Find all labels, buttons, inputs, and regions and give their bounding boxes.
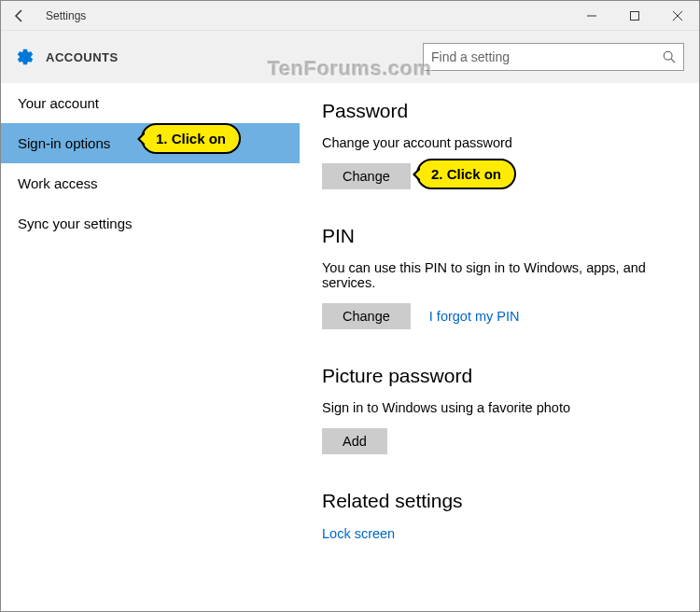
close-button[interactable] — [656, 1, 699, 31]
pin-heading: PIN — [322, 225, 677, 247]
gear-icon — [16, 48, 35, 66]
forgot-pin-link[interactable]: I forgot my PIN — [429, 309, 520, 324]
picture-password-section: Picture password Sign in to Windows usin… — [322, 365, 677, 454]
search-input[interactable] — [431, 49, 663, 64]
content-area: Your account Sign-in options Work access… — [1, 83, 699, 611]
page-category: ACCOUNTS — [46, 50, 119, 64]
back-button[interactable] — [1, 1, 38, 31]
password-change-button[interactable]: Change — [322, 163, 411, 189]
window-controls — [570, 1, 699, 31]
pin-desc: You can use this PIN to sign in to Windo… — [322, 260, 677, 290]
picture-add-button[interactable]: Add — [322, 428, 387, 454]
password-desc: Change your account password — [322, 135, 677, 150]
maximize-button[interactable] — [613, 1, 656, 31]
header-bar: ACCOUNTS — [1, 31, 699, 83]
titlebar: Settings — [1, 1, 699, 31]
pin-change-button[interactable]: Change — [322, 303, 411, 329]
password-heading: Password — [322, 100, 677, 122]
minimize-button[interactable] — [570, 1, 613, 31]
picture-desc: Sign in to Windows using a favorite phot… — [322, 400, 677, 415]
sidebar: Your account Sign-in options Work access… — [1, 83, 300, 611]
pin-section: PIN You can use this PIN to sign in to W… — [322, 225, 677, 329]
svg-rect-1 — [631, 11, 639, 20]
sidebar-item-sync-settings[interactable]: Sync your settings — [1, 203, 300, 243]
sidebar-item-work-access[interactable]: Work access — [1, 163, 300, 203]
related-settings-section: Related settings Lock screen — [322, 490, 677, 542]
sidebar-item-your-account[interactable]: Your account — [1, 83, 300, 123]
svg-line-3 — [671, 59, 675, 63]
window-title: Settings — [46, 9, 86, 22]
related-heading: Related settings — [322, 490, 677, 512]
lock-screen-link[interactable]: Lock screen — [322, 526, 395, 541]
svg-point-2 — [664, 51, 672, 60]
callout-2: 2. Click on — [416, 159, 516, 189]
search-icon — [663, 50, 676, 63]
search-box[interactable] — [423, 43, 684, 71]
callout-1: 1. Click on — [141, 123, 241, 154]
picture-heading: Picture password — [322, 365, 677, 387]
